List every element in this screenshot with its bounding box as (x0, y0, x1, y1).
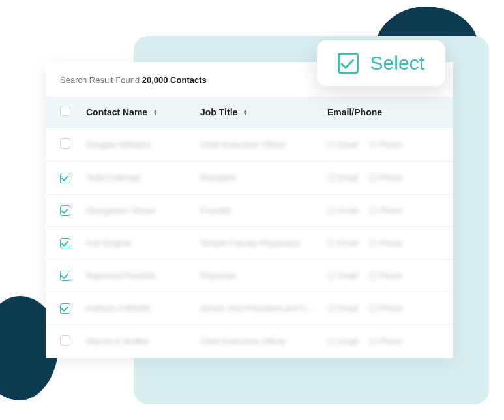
email-link[interactable]: Email (327, 206, 358, 215)
row-checkbox[interactable] (60, 205, 70, 216)
row-checkbox[interactable] (60, 303, 70, 314)
results-panel: Search Result Found 20,000 Contacts Cont… (46, 62, 453, 358)
phone-icon (369, 206, 377, 214)
cell-name: Warren E Buffett (86, 337, 200, 346)
table-row: Warren E BuffettChief Executive OfficerE… (46, 324, 453, 358)
cell-contact: EmailPhone (327, 304, 438, 313)
row-checkbox[interactable] (60, 173, 70, 183)
email-icon (327, 338, 335, 345)
cell-contact: EmailPhone (327, 140, 438, 149)
cell-title: Chief Executive Officer (200, 140, 327, 149)
phone-icon (369, 140, 377, 148)
cell-name: Douglas Williams (86, 140, 200, 149)
table-row: Anil SinghalTemple Faculty PhysiciansEma… (46, 226, 453, 259)
cell-name: Todd Coleman (86, 173, 200, 183)
email-link[interactable]: Email (327, 173, 358, 183)
cell-title: Senior Vice President and C… (200, 303, 327, 313)
email-icon (327, 142, 335, 148)
cell-name: Georgeann Snead (86, 205, 200, 215)
row-checkbox[interactable] (60, 138, 70, 149)
cell-contact: EmailPhone (327, 337, 438, 346)
cell-name: Kathryn A Mikells (86, 303, 200, 313)
cell-title: Physician (200, 271, 327, 280)
email-link[interactable]: Email (327, 304, 358, 313)
column-email-label: Email/Phone (327, 107, 382, 117)
table-row: Todd ColemanPresidentEmailPhone (46, 161, 453, 194)
phone-icon (369, 304, 377, 312)
column-name-label: Contact Name (86, 107, 147, 117)
email-link[interactable]: Email (327, 337, 358, 346)
cell-name: Raymond Pizzitolo (86, 271, 200, 280)
cell-contact: EmailPhone (327, 173, 438, 183)
phone-icon (369, 239, 377, 247)
cell-title: President (200, 173, 327, 183)
email-icon (327, 240, 335, 247)
phone-icon (369, 271, 377, 279)
column-title-label: Job Title (200, 107, 237, 117)
cell-contact: EmailPhone (327, 271, 438, 280)
checkbox-checked-icon (338, 53, 359, 74)
cell-name: Anil Singhal (86, 238, 200, 248)
table-header: Contact Name ▲▼ Job Title ▲▼ Email/Phone (46, 97, 453, 127)
phone-link[interactable]: Phone (370, 304, 402, 313)
table-row: Douglas WilliamsChief Executive OfficerE… (46, 127, 453, 161)
table-row: Georgeann SneadFounderEmailPhone (46, 194, 453, 226)
select-callout: Select (317, 40, 445, 86)
phone-link[interactable]: Phone (370, 337, 402, 346)
email-link[interactable]: Email (327, 239, 358, 248)
cell-title: Chief Executive Officer (200, 337, 327, 346)
sort-icon: ▲▼ (243, 109, 248, 115)
phone-icon (369, 173, 377, 181)
cell-contact: EmailPhone (327, 206, 438, 215)
cell-title: Founder (200, 205, 327, 215)
email-link[interactable]: Email (327, 271, 358, 280)
email-icon (327, 305, 335, 312)
email-icon (327, 207, 335, 214)
cell-contact: EmailPhone (327, 239, 438, 248)
phone-link[interactable]: Phone (370, 271, 402, 280)
phone-link[interactable]: Phone (370, 140, 402, 149)
column-header-name[interactable]: Contact Name ▲▼ (86, 107, 200, 117)
cell-title: Temple Faculty Physicians (200, 238, 327, 248)
table-row: Raymond PizzitoloPhysicianEmailPhone (46, 259, 453, 292)
email-icon (327, 175, 335, 181)
result-count: 20,000 Contacts (142, 75, 207, 85)
row-checkbox[interactable] (60, 238, 70, 248)
phone-link[interactable]: Phone (370, 173, 402, 183)
table-row: Kathryn A MikellsSenior Vice President a… (46, 292, 453, 324)
table-body: Douglas WilliamsChief Executive OfficerE… (46, 127, 453, 358)
select-all-checkbox[interactable] (60, 106, 70, 116)
sort-icon: ▲▼ (153, 109, 158, 115)
email-icon (327, 273, 335, 279)
phone-link[interactable]: Phone (370, 239, 402, 248)
select-callout-label: Select (370, 52, 424, 74)
phone-icon (369, 337, 377, 345)
row-checkbox[interactable] (60, 271, 70, 281)
result-prefix: Search Result Found (60, 75, 142, 85)
row-checkbox[interactable] (60, 335, 70, 346)
phone-link[interactable]: Phone (370, 206, 402, 215)
column-header-title[interactable]: Job Title ▲▼ (200, 107, 327, 117)
column-header-email: Email/Phone (327, 107, 438, 117)
email-link[interactable]: Email (327, 140, 358, 149)
